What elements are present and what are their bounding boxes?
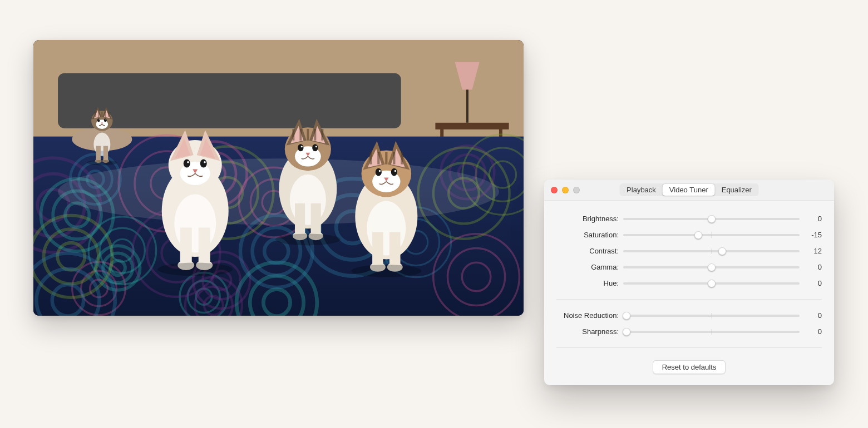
slider-label: Brightness: xyxy=(556,215,623,223)
slider-gamma[interactable] xyxy=(623,263,800,272)
slider-contrast[interactable] xyxy=(623,247,800,256)
close-icon[interactable] xyxy=(551,187,558,193)
slider-row-brightness: Brightness:0 xyxy=(556,211,822,227)
slider-brightness[interactable] xyxy=(623,215,800,223)
slider-center-tick xyxy=(712,313,712,318)
tab-bar: PlaybackVideo TunerEqualizer xyxy=(619,183,759,196)
slider-value: 12 xyxy=(800,247,822,255)
slider-hue[interactable] xyxy=(623,279,800,288)
slider-row-contrast: Contrast:12 xyxy=(556,243,822,259)
slider-label: Contrast: xyxy=(556,247,623,255)
slider-row-hue: Hue:0 xyxy=(556,275,822,291)
window-controls xyxy=(551,187,580,193)
titlebar: PlaybackVideo TunerEqualizer xyxy=(544,180,834,201)
slider-sharpness[interactable] xyxy=(623,327,800,336)
tab-video-tuner[interactable]: Video Tuner xyxy=(663,184,715,196)
divider xyxy=(556,299,822,300)
maximize-icon[interactable] xyxy=(573,187,580,193)
slider-thumb[interactable] xyxy=(623,312,630,320)
slider-value: 0 xyxy=(800,311,822,320)
tab-equalizer[interactable]: Equalizer xyxy=(715,184,758,196)
slider-saturation[interactable] xyxy=(623,231,800,240)
divider xyxy=(556,347,822,348)
slider-thumb[interactable] xyxy=(708,215,716,223)
slider-row-noise-reduction: Noise Reduction:0 xyxy=(556,307,822,324)
reset-to-defaults-button[interactable]: Reset to defaults xyxy=(653,360,726,374)
slider-center-tick xyxy=(712,248,712,254)
slider-value: 0 xyxy=(800,263,822,271)
slider-noise-reduction[interactable] xyxy=(623,311,800,320)
slider-value: 0 xyxy=(800,215,822,223)
minimize-icon[interactable] xyxy=(562,187,569,193)
slider-label: Gamma: xyxy=(556,263,623,271)
tab-playback[interactable]: Playback xyxy=(620,184,663,196)
slider-row-gamma: Gamma:0 xyxy=(556,259,822,275)
slider-label: Hue: xyxy=(556,279,623,287)
slider-thumb[interactable] xyxy=(708,280,716,287)
tuner-panel-body: Brightness:0Saturation:-15Contrast:12Gam… xyxy=(544,201,834,385)
slider-label: Sharpness: xyxy=(556,327,623,336)
video-player-window[interactable] xyxy=(33,40,524,316)
slider-center-tick xyxy=(712,232,712,238)
slider-thumb[interactable] xyxy=(623,328,630,336)
slider-thumb[interactable] xyxy=(708,263,716,271)
slider-thumb[interactable] xyxy=(694,231,702,239)
slider-value: 0 xyxy=(800,327,822,336)
slider-label: Noise Reduction: xyxy=(556,311,623,320)
slider-row-sharpness: Sharpness:0 xyxy=(556,324,822,340)
slider-label: Saturation: xyxy=(556,231,623,239)
slider-row-saturation: Saturation:-15 xyxy=(556,227,822,243)
video-tuner-window: PlaybackVideo TunerEqualizer Brightness:… xyxy=(544,180,834,385)
video-frame xyxy=(33,40,524,316)
reset-row: Reset to defaults xyxy=(556,356,822,374)
slider-value: -15 xyxy=(800,231,822,239)
slider-value: 0 xyxy=(800,279,822,287)
slider-thumb[interactable] xyxy=(718,247,726,255)
slider-center-tick xyxy=(712,329,712,335)
